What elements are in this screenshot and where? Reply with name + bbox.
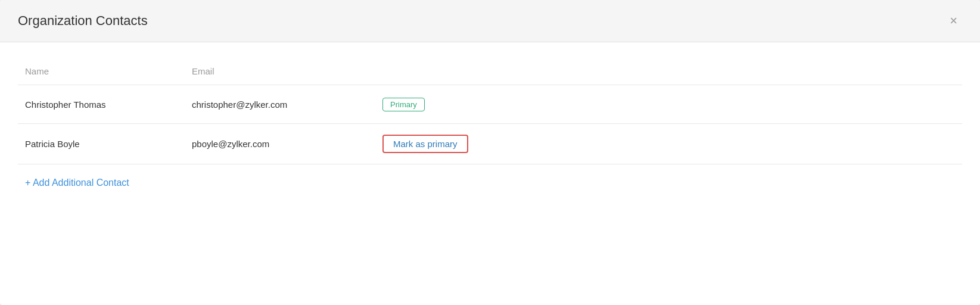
contact-name: Patricia Boyle bbox=[18, 124, 185, 164]
table-row: Christopher Thomas christopher@zylker.co… bbox=[18, 85, 962, 124]
mark-as-primary-button[interactable]: Mark as primary bbox=[382, 135, 468, 153]
column-header-icons bbox=[903, 60, 962, 85]
icon-cell bbox=[910, 136, 955, 152]
contact-name: Christopher Thomas bbox=[18, 85, 185, 124]
modal-header: Organization Contacts × bbox=[0, 0, 980, 42]
edit-contact-button[interactable] bbox=[931, 136, 941, 152]
contacts-table: Name Email Christopher Thomas christophe… bbox=[18, 60, 962, 164]
delete-contact-button[interactable] bbox=[945, 96, 955, 113]
contact-email: pboyle@zylker.com bbox=[185, 124, 375, 164]
table-header-row: Name Email bbox=[18, 60, 962, 85]
contact-email: christopher@zylker.com bbox=[185, 85, 375, 124]
column-header-action bbox=[375, 60, 903, 85]
close-button[interactable]: × bbox=[945, 12, 962, 30]
icon-cell bbox=[910, 96, 955, 113]
table-row: Patricia Boyle pboyle@zylker.com Mark as… bbox=[18, 124, 962, 164]
add-additional-contact-button[interactable]: + Add Additional Contact bbox=[18, 172, 136, 194]
contact-actions-cell bbox=[903, 85, 962, 124]
contact-actions-cell bbox=[903, 124, 962, 164]
column-header-email: Email bbox=[185, 60, 375, 85]
modal-body: Name Email Christopher Thomas christophe… bbox=[0, 42, 980, 218]
column-header-name: Name bbox=[18, 60, 185, 85]
primary-badge: Primary bbox=[382, 98, 425, 111]
modal-title: Organization Contacts bbox=[18, 13, 148, 29]
edit-contact-button[interactable] bbox=[931, 96, 941, 113]
contact-status-cell: Primary bbox=[375, 85, 903, 124]
delete-contact-button[interactable] bbox=[945, 136, 955, 152]
organization-contacts-modal: Organization Contacts × Name Email Chris… bbox=[0, 0, 980, 305]
contact-mark-primary-cell: Mark as primary bbox=[375, 124, 903, 164]
